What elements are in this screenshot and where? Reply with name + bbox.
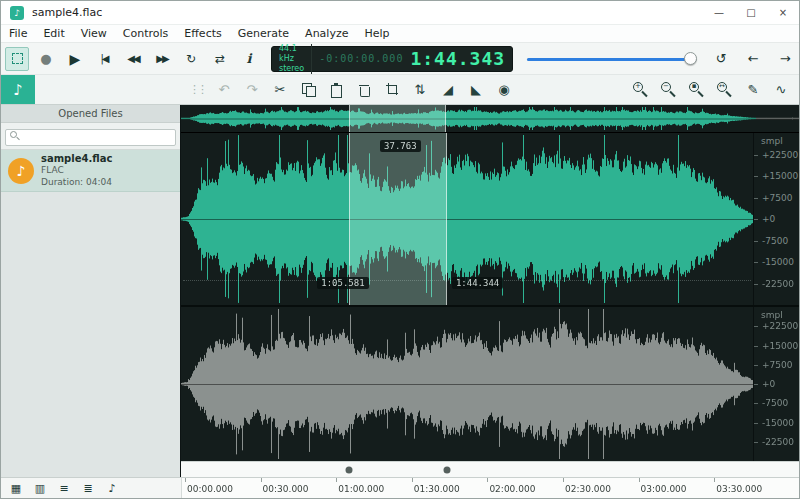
nav-back-button[interactable]: ← (741, 47, 765, 71)
ruler-label: +0 (762, 214, 775, 224)
selection-start-marker[interactable] (346, 466, 353, 473)
file-format: FLAC (41, 165, 112, 177)
undo-button[interactable]: ↶ (214, 79, 234, 101)
menu-file[interactable]: File (1, 26, 35, 41)
menu-edit[interactable]: Edit (35, 26, 72, 41)
title-bar: ♪ sample4.flac —□× (1, 1, 799, 25)
edit-buttons: ↶↷✂⇅◢◣◉ (214, 79, 514, 101)
ruler-label: -22500 (762, 437, 794, 447)
zoom-in-button[interactable]: + (631, 79, 651, 101)
fade-out-icon: ◣ (471, 82, 481, 97)
info-button[interactable]: i (237, 47, 261, 71)
minimize-button[interactable]: — (703, 1, 735, 24)
redo-button[interactable]: ↷ (242, 79, 262, 101)
selection-start-label: 1:05.581 (317, 277, 368, 289)
fast-forward-icon: ▶▶ (156, 53, 167, 64)
zoom-in-icon: + (633, 82, 649, 98)
view-notes-button[interactable]: ♪ (105, 482, 119, 495)
fade-out-button[interactable]: ◣ (466, 79, 486, 101)
channel-1[interactable]: 37.763 1:05.581 1:44.344 smpl+22500+1500… (181, 133, 799, 305)
ruler-label: +22500 (762, 321, 798, 331)
ruler-label: +15000 (762, 171, 798, 181)
record-button[interactable]: ● (34, 47, 58, 71)
zoom-all-button[interactable]: ↔ (715, 79, 735, 101)
file-name: sample4.flac (41, 152, 112, 165)
sidebar-header: Opened Files (1, 105, 180, 123)
waveform-canvas-2[interactable] (181, 307, 753, 461)
view-waveform-button[interactable]: ▦ (9, 482, 23, 495)
app-window: ♪ sample4.flac —□× FileEditViewControlsE… (0, 0, 800, 499)
timeline-label: 02:30.000 (565, 484, 611, 494)
file-list-item[interactable]: ♪ sample4.flac FLAC Duration: 04:04 (1, 150, 180, 192)
zoom-selection-button[interactable]: ▪ (687, 79, 707, 101)
view-spectrum-button[interactable]: ▥ (33, 482, 47, 495)
slider-knob[interactable] (684, 52, 697, 65)
timeline-label: 00:00.000 (187, 484, 233, 494)
play-button[interactable]: ▶ (63, 47, 87, 71)
selection-end-marker[interactable] (443, 466, 450, 473)
channel-mode-label: stereo (279, 64, 304, 74)
history-button[interactable]: ↺ (709, 47, 733, 71)
edit-sample-button[interactable]: ✎ (743, 79, 763, 101)
transport-right-buttons: ↺←→ (709, 47, 800, 71)
skip-start-button[interactable]: |◀ (92, 47, 116, 71)
menu-analyze[interactable]: Analyze (297, 26, 356, 41)
loop-button[interactable]: ↻ (179, 47, 203, 71)
overview-selection[interactable] (349, 105, 447, 132)
swap-channels-button[interactable]: ⇄ (208, 47, 232, 71)
skip-start-icon: |◀ (100, 53, 107, 64)
ruler-label: -22500 (762, 279, 794, 289)
maximize-button[interactable]: □ (735, 1, 767, 24)
fade-in-button[interactable]: ◢ (438, 79, 458, 101)
smooth-tool-button[interactable]: ∿ (771, 79, 791, 101)
overview-waveform-canvas[interactable] (181, 105, 800, 132)
close-button[interactable]: × (767, 1, 799, 24)
overview-strip[interactable] (181, 105, 799, 133)
view-list-button[interactable]: ≡ (57, 482, 71, 495)
cut-button[interactable]: ✂ (270, 79, 290, 101)
view-toggle-buttons: ▦▥≡≣♪ (1, 478, 181, 498)
loop-tool-button[interactable]: ◉ (494, 79, 514, 101)
rewind-button[interactable]: ◀◀ (121, 47, 145, 71)
zoom-buttons: +−▪↔✎∿ (631, 79, 791, 101)
ruler-label: +7500 (762, 360, 792, 370)
file-duration: Duration: 04:04 (41, 177, 112, 189)
timeline-tick (261, 478, 262, 482)
edit-toolbar: ⋮⋮ ↶↷✂⇅◢◣◉ +−▪↔✎∿ (181, 75, 799, 104)
normalize-button[interactable]: ⇅ (410, 79, 430, 101)
nav-forward-button[interactable]: → (773, 47, 797, 71)
ruler-label: +22500 (762, 150, 798, 160)
channel-2[interactable]: smpl+22500+15000+7500+0-7500-15000-22500 (181, 305, 799, 461)
horizontal-scrollbar[interactable] (181, 461, 799, 477)
paste-button[interactable] (326, 79, 346, 101)
menu-controls[interactable]: Controls (115, 26, 177, 41)
view-details-button[interactable]: ≣ (81, 482, 95, 495)
ruler-unit-label: smpl (761, 310, 783, 320)
search-input[interactable] (5, 129, 176, 146)
edit-toolbar-row: ♪ ⋮⋮ ↶↷✂⇅◢◣◉ +−▪↔✎∿ (1, 75, 799, 105)
menu-view[interactable]: View (73, 26, 115, 41)
toolbar-drag-handle[interactable]: ⋮⋮ (189, 83, 205, 96)
zoom-out-button[interactable]: − (659, 79, 679, 101)
menu-generate[interactable]: Generate (230, 26, 297, 41)
selection-end-label: 1:44.344 (452, 277, 503, 289)
transport-toolbar: ●▶|◀◀◀▶▶↻⇄i 44.1 kHz stereo -0:00:00.000… (1, 43, 799, 75)
file-list-empty-area (1, 192, 180, 477)
ruler-label: -7500 (762, 398, 788, 408)
timeline-ruler[interactable]: 00:00.00000:30.00001:00.00001:30.00002:0… (181, 478, 799, 498)
selection-mode-button[interactable] (5, 47, 29, 71)
fast-forward-button[interactable]: ▶▶ (150, 47, 174, 71)
amplitude-ruler-1: smpl+22500+15000+7500+0-7500-15000-22500 (753, 133, 799, 305)
selection-duration-label: 37.763 (380, 140, 421, 152)
format-display: 44.1 kHz stereo (279, 44, 312, 74)
trim-button[interactable] (382, 79, 402, 101)
fade-in-icon: ◢ (443, 82, 453, 97)
delete-button[interactable] (354, 79, 374, 101)
menu-effects[interactable]: Effects (176, 26, 229, 41)
window-controls: —□× (703, 1, 799, 24)
menu-help[interactable]: Help (356, 26, 397, 41)
volume-slider[interactable] (527, 48, 697, 70)
copy-button[interactable] (298, 79, 318, 101)
tab-audio-files[interactable]: ♪ (1, 75, 35, 104)
smooth-tool-icon: ∿ (776, 82, 787, 97)
